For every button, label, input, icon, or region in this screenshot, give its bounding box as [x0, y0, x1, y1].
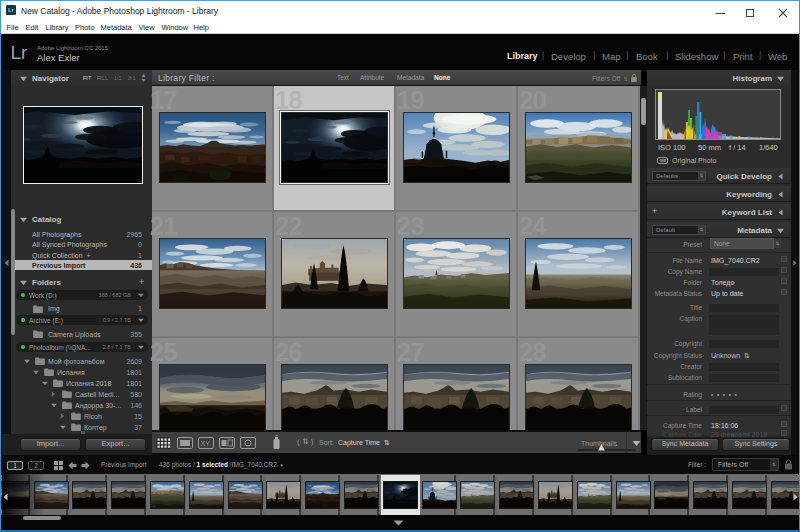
- svg-text:XY: XY: [201, 440, 211, 447]
